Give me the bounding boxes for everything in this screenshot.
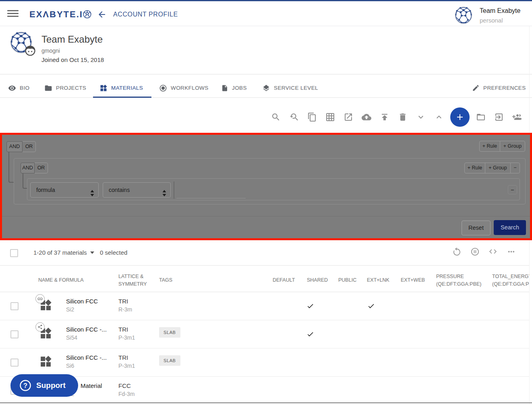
svg-text:?: ?	[23, 382, 27, 389]
